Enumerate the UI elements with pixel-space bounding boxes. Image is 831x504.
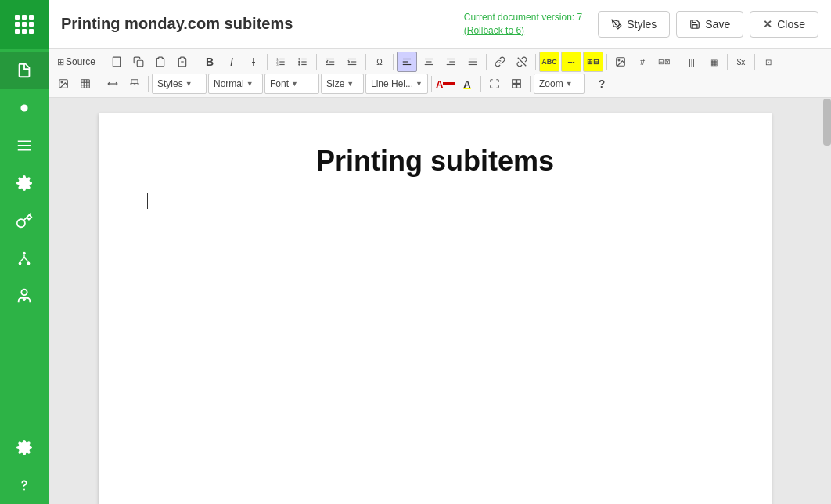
italic-button[interactable]: I xyxy=(221,52,242,72)
editor-content: Printing subitems xyxy=(146,145,725,350)
styles-button[interactable]: Styles xyxy=(598,11,670,38)
styles-icon xyxy=(611,19,622,30)
special-chars-button[interactable]: Ω xyxy=(369,52,390,72)
indent-button[interactable] xyxy=(342,52,362,72)
svg-text:3.: 3. xyxy=(276,63,279,67)
align-left-button[interactable] xyxy=(397,52,417,72)
save-button[interactable]: Save xyxy=(676,11,743,38)
page-break-icon xyxy=(129,78,140,89)
paste-button[interactable] xyxy=(150,52,171,72)
sidebar-item-brightness[interactable] xyxy=(0,89,49,127)
separator-6 xyxy=(393,54,394,70)
image2-icon xyxy=(58,78,69,89)
close-button[interactable]: ✕ Close xyxy=(750,11,818,38)
unlink-icon xyxy=(516,56,527,67)
scrollbar-thumb[interactable] xyxy=(823,99,831,146)
help-button[interactable]: ? xyxy=(592,74,612,94)
image2-button[interactable] xyxy=(53,74,74,94)
strikethrough-button[interactable]: I xyxy=(243,52,264,72)
svg-rect-4 xyxy=(22,22,27,27)
formula-button[interactable]: $x xyxy=(731,52,751,72)
outdent-button[interactable] xyxy=(320,52,340,72)
svg-rect-66 xyxy=(513,80,516,84)
copy-button[interactable] xyxy=(128,52,149,72)
separator-10 xyxy=(678,54,678,70)
close-label: Close xyxy=(777,18,805,31)
separator-r2-2 xyxy=(148,76,149,92)
highlight-button[interactable]: A xyxy=(457,74,477,94)
brightness-icon xyxy=(16,99,33,117)
svg-rect-1 xyxy=(22,15,27,20)
font-color-button[interactable]: A xyxy=(435,74,455,94)
special-1-button[interactable]: ABC xyxy=(539,52,559,72)
topbar: Printing monday.com subitems Current doc… xyxy=(49,0,831,49)
unordered-list-button[interactable] xyxy=(293,52,313,72)
source-label: Source xyxy=(66,56,95,67)
svg-point-33 xyxy=(298,61,300,63)
sidebar-item-document[interactable] xyxy=(0,52,49,89)
svg-rect-19 xyxy=(137,60,143,67)
ordered-list-button[interactable]: 1.2.3. xyxy=(271,52,291,72)
sidebar xyxy=(0,0,49,504)
close-x-icon: ✕ xyxy=(763,18,772,31)
qrcode-button[interactable]: ▦ xyxy=(703,52,724,72)
unlink-button[interactable] xyxy=(512,52,532,72)
editor-wrap[interactable]: Printing subitems xyxy=(49,98,822,504)
outdent-icon xyxy=(325,56,336,67)
sidebar-item-help[interactable] xyxy=(0,466,49,504)
barcode-button[interactable]: ||| xyxy=(682,52,702,72)
template-button[interactable]: ⊡ xyxy=(758,52,779,72)
sidebar-item-hierarchy[interactable] xyxy=(0,239,49,277)
bold-button[interactable]: B xyxy=(200,52,220,72)
hr-button[interactable] xyxy=(103,74,123,94)
special-3-button[interactable]: ⊞⊟ xyxy=(583,52,603,72)
sidebar-item-key[interactable] xyxy=(0,202,49,239)
styles-chevron: ▼ xyxy=(185,80,192,88)
font-dropdown[interactable]: Font ▼ xyxy=(264,74,319,94)
font-value: Font xyxy=(270,78,289,89)
special-2-button[interactable]: --- xyxy=(561,52,581,72)
line-height-dropdown[interactable]: Line Hei... ▼ xyxy=(365,74,428,94)
format-dropdown[interactable]: Normal ▼ xyxy=(208,74,263,94)
table-button[interactable] xyxy=(75,74,95,94)
image-button[interactable] xyxy=(610,52,631,72)
version-line2: (Rollback to 6) xyxy=(464,24,582,38)
format-chevron: ▼ xyxy=(246,80,254,88)
editor-page[interactable]: Printing subitems xyxy=(99,113,772,504)
app-logo xyxy=(0,0,49,49)
sidebar-item-user-download[interactable] xyxy=(0,277,49,315)
page-break-button[interactable] xyxy=(124,74,145,94)
styles-value: Styles xyxy=(157,78,183,89)
sidebar-item-list[interactable] xyxy=(0,127,49,164)
svg-point-32 xyxy=(298,58,300,59)
rollback-link[interactable]: (Rollback to 6) xyxy=(464,25,524,36)
justify-button[interactable] xyxy=(462,52,483,72)
styles-dropdown[interactable]: Styles ▼ xyxy=(152,74,207,94)
source-button[interactable]: ⊞ Source xyxy=(53,52,99,72)
editor-cursor-area[interactable] xyxy=(146,193,725,350)
link-button[interactable] xyxy=(490,52,510,72)
align-center-button[interactable] xyxy=(419,52,439,72)
ol-icon: 1.2.3. xyxy=(275,56,286,67)
svg-line-53 xyxy=(518,58,527,67)
zoom-dropdown[interactable]: Zoom ▼ xyxy=(534,74,585,94)
anchor-button[interactable]: # xyxy=(632,52,653,72)
paste-text-button[interactable] xyxy=(172,52,192,72)
page-view-button[interactable] xyxy=(106,52,127,72)
svg-rect-18 xyxy=(113,57,120,67)
styles-label: Styles xyxy=(627,18,657,31)
sidebar-item-settings[interactable] xyxy=(0,164,49,202)
svg-point-12 xyxy=(19,262,22,265)
sidebar-item-settings-bottom[interactable] xyxy=(0,429,49,466)
scrollbar[interactable] xyxy=(822,98,831,504)
align-right-button[interactable] xyxy=(441,52,461,72)
align-left-icon xyxy=(401,56,412,67)
document-icon xyxy=(16,62,33,79)
table-insert-button[interactable]: ⊟⊠ xyxy=(654,52,675,72)
blocks-button[interactable] xyxy=(506,74,527,94)
size-dropdown[interactable]: Size ▼ xyxy=(321,74,364,94)
maximize-button[interactable] xyxy=(484,74,505,94)
svg-point-17 xyxy=(615,23,617,24)
svg-rect-7 xyxy=(22,29,27,34)
svg-rect-20 xyxy=(159,57,163,59)
